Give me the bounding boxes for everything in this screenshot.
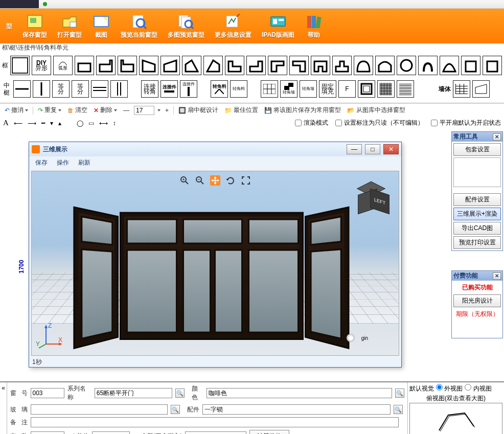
outer-view-radio[interactable]: 外视图 (436, 384, 463, 393)
readonly-check[interactable]: 设置标注为只读（不可编辑） (335, 119, 424, 127)
delete-button[interactable]: ✕删除 (92, 105, 119, 115)
mullion-dbl-v[interactable] (110, 80, 128, 98)
total-input[interactable] (185, 431, 246, 435)
frame-rect[interactable] (10, 56, 30, 75)
series-search-icon[interactable]: 🔍 (175, 389, 185, 398)
shape-circle[interactable] (397, 56, 416, 75)
shape-9[interactable] (246, 56, 266, 75)
qty-input[interactable] (31, 431, 64, 435)
shape-2[interactable] (96, 56, 116, 75)
color-input[interactable] (207, 388, 392, 398)
mullion-v[interactable] (33, 80, 50, 98)
ribbon-open-window[interactable]: 打开窗型 (54, 12, 85, 40)
shape-7[interactable] (203, 56, 223, 75)
ribbon-more-settings[interactable]: 更多信息设置 (212, 12, 255, 40)
mullion-eq1[interactable]: 等分 (52, 80, 70, 98)
shape-1[interactable] (75, 56, 94, 75)
export-cad-button[interactable]: 导出CAD图 (453, 222, 501, 235)
fill-frame[interactable] (358, 80, 375, 98)
connect-corner[interactable]: 连接转角 (141, 80, 158, 98)
arrow-right-tool[interactable]: ⟶ (28, 120, 36, 127)
glass-search-icon[interactable]: 🔍 (171, 405, 180, 414)
series-input[interactable] (95, 388, 172, 398)
inner-view-radio[interactable]: 内视图 (465, 384, 491, 393)
default-open-check[interactable]: 平开扇默认为开启状态 (431, 119, 501, 127)
rect-tool[interactable]: ▭ (88, 120, 94, 127)
line-tool[interactable]: ━ (41, 120, 45, 127)
fill-f[interactable]: F (338, 80, 356, 98)
title-tab-status[interactable] (39, 0, 108, 8)
dialog-titlebar[interactable]: 三维展示 — □ ✕ (29, 142, 401, 156)
ribbon-screenshot[interactable]: 截图 (89, 12, 113, 40)
shape-12[interactable] (311, 56, 330, 75)
ribbon-help[interactable]: 帮助 (302, 12, 326, 40)
win-no-input[interactable] (31, 388, 64, 398)
plus-button[interactable]: + (164, 106, 170, 115)
mullion-dbl-h[interactable] (91, 80, 108, 98)
grid-icon[interactable] (261, 80, 278, 98)
ribbon-type-left[interactable]: 型 (3, 21, 15, 32)
text-tool[interactable]: A (3, 119, 9, 127)
pan-icon[interactable] (210, 175, 220, 186)
shape-3[interactable] (118, 56, 137, 75)
connector-2[interactable]: 连接件 (180, 80, 197, 98)
corner-wall-1[interactable]: 转角墙 (280, 80, 297, 98)
corner-wall-2[interactable]: 转角墙 (300, 80, 317, 98)
part-search-icon[interactable]: 🔍 (394, 405, 403, 414)
menu-operate[interactable]: 操作 (57, 158, 69, 167)
fullscreen-icon[interactable] (241, 175, 251, 186)
connector-1[interactable]: 连接件 (161, 80, 178, 98)
choose-from-library-button[interactable]: 📂从图库中选择窗型 (346, 105, 407, 115)
sleeve-settings-button[interactable]: 包套设置 (453, 143, 501, 156)
canvas-area[interactable]: 1700 三维展示 — □ ✕ 保存 操作 刷新 (0, 129, 450, 400)
shape-5[interactable] (161, 56, 180, 75)
dim-h-tool[interactable]: ⟷ (99, 120, 108, 127)
shape-arch2[interactable] (375, 56, 395, 75)
fill-mesh[interactable] (377, 80, 395, 98)
parts-settings-button[interactable]: 配件设置 (453, 193, 501, 206)
fill-lines[interactable] (397, 80, 414, 98)
shape-4[interactable] (139, 56, 158, 75)
shape-dome[interactable] (440, 56, 459, 75)
unit-input[interactable] (92, 431, 130, 435)
best-position-button[interactable]: 📁最佳位置 (223, 105, 260, 115)
arrow-left-tool[interactable]: ⟵ (14, 120, 22, 127)
shape-more2[interactable] (483, 56, 502, 75)
glass-input[interactable] (31, 404, 168, 415)
menu-refresh[interactable]: 刷新 (78, 158, 90, 167)
shape-arch3[interactable] (418, 56, 438, 75)
shape-11[interactable] (289, 56, 309, 75)
render-mode-check[interactable]: 渲染模式 (295, 119, 328, 127)
note-input[interactable] (31, 417, 399, 427)
title-tab-dark[interactable] (0, 0, 39, 8)
minimize-button[interactable]: — (347, 144, 362, 154)
mullion-design-button[interactable]: 🔲扇中梃设计 (177, 105, 220, 115)
zoom-out-icon[interactable] (195, 175, 205, 186)
undo-button[interactable]: ↶撤消 (3, 105, 30, 115)
mullion-eq2[interactable]: 等分 (72, 80, 89, 98)
maximize-button[interactable]: □ (365, 144, 380, 154)
shape-10[interactable] (268, 56, 287, 75)
3d-render-button[interactable]: 三维展示+渲染 (453, 208, 501, 220)
minus-button[interactable]: — (122, 106, 131, 115)
viewport-3d[interactable]: LEFT (31, 171, 399, 356)
count-input[interactable] (134, 106, 154, 115)
close-button[interactable]: ✕ (383, 144, 399, 154)
fixed-fill[interactable]: 固定填充 (319, 80, 336, 98)
shape-more1[interactable] (461, 56, 480, 75)
shape-8[interactable] (225, 56, 244, 75)
dim-v-tool[interactable]: ↕ (113, 120, 116, 127)
sunroom-design-button[interactable]: 阳光房设计 (453, 294, 501, 307)
circle-tool[interactable]: ◯ (77, 120, 83, 127)
count-dropdown[interactable] (157, 109, 161, 111)
menu-save[interactable]: 保存 (35, 158, 48, 167)
redo-button[interactable]: ↷重复 (36, 105, 63, 115)
ribbon-multi-preview[interactable]: 多图预览窗型 (165, 12, 208, 40)
ribbon-ipad[interactable]: IPAD版画图 (259, 12, 297, 40)
frame-arc[interactable]: 弧形 (53, 56, 73, 75)
wall-persp[interactable] (472, 80, 490, 98)
panel-close-icon[interactable]: ✕ (493, 133, 501, 141)
ribbon-save-window[interactable]: 保存窗型 (19, 12, 50, 40)
shape-arch1[interactable] (354, 56, 373, 75)
print-preview-button[interactable]: 预览打印设置 (453, 236, 501, 249)
